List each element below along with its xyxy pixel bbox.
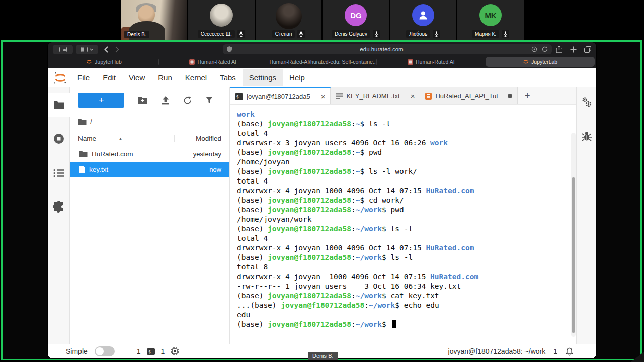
running-sessions-tab[interactable]	[48, 127, 70, 151]
menu-run[interactable]: Run	[151, 69, 179, 86]
close-tab-icon[interactable]: ×	[411, 92, 415, 100]
kernel-chip-icon	[171, 347, 179, 355]
window-overview-button[interactable]	[53, 45, 73, 54]
folder-icon	[53, 101, 64, 109]
browser-tab[interactable]: JupyterLab	[486, 57, 595, 67]
menu-view[interactable]: View	[122, 69, 151, 86]
address-bar[interactable]: edu.hurated.com	[223, 44, 552, 54]
new-tab-icon[interactable]	[570, 46, 577, 53]
terminal-line: total 4	[237, 176, 564, 186]
participant-tile[interactable]: Любовь	[390, 0, 456, 40]
bell-icon[interactable]	[566, 347, 573, 356]
add-tab-button[interactable]: +	[521, 90, 534, 101]
participant-name: Ссссссссс Ш.	[198, 30, 235, 38]
file-row[interactable]: key.txtnow	[70, 162, 229, 177]
sidebar-toggle-button[interactable]	[76, 45, 98, 54]
menu-file[interactable]: File	[71, 69, 96, 86]
dock-panel: $_jovyan@f180712ada5×KEY_README.txt×HuRa…	[230, 87, 576, 344]
tab-overview-icon[interactable]	[584, 46, 591, 53]
privacy-shield-icon	[227, 46, 232, 52]
file-row[interactable]: HuRated.comyesterday	[70, 146, 229, 162]
mic-badge	[433, 30, 440, 38]
participant-tile[interactable]: MKМария К.	[457, 0, 524, 40]
participant-tile[interactable]: DGDenis Gulyaev	[323, 0, 389, 40]
terminal-line: (base) jovyan@f180712ada58:~/work$ ls -l	[237, 253, 564, 262]
new-folder-button[interactable]	[138, 96, 148, 104]
hurated-icon	[189, 59, 195, 65]
reload-icon[interactable]	[542, 46, 548, 52]
avatar	[276, 3, 302, 29]
jupyter-icon	[86, 59, 92, 65]
jupyter-icon	[523, 59, 529, 65]
kernel-status[interactable]: 1 $_ 1	[137, 347, 179, 355]
browser-tab-bar: JupyterHubHuman-Rated AIHuman-Rated-AI/h…	[48, 56, 596, 68]
participant-name: Степан	[272, 30, 295, 38]
property-inspector-gears-icon[interactable]	[581, 97, 593, 108]
file-browser-tab[interactable]	[48, 93, 70, 117]
jupyter-logo	[53, 70, 68, 85]
terminal-line: edu	[237, 310, 564, 320]
dock-tab[interactable]: $_jovyan@f180712ada5×	[230, 87, 331, 104]
terminal-output[interactable]: work(base) jovyan@f180712ada58:~$ ls -lt…	[230, 104, 576, 344]
terminal-line: (base) jovyan@f180712ada58:~/work$	[237, 320, 564, 329]
dock-tab[interactable]: KEY_README.txt×	[331, 87, 420, 104]
close-tab-icon[interactable]: ×	[321, 92, 326, 101]
menu-settings[interactable]: Settings	[243, 69, 283, 86]
browser-tab[interactable]: Human-Rated AI	[376, 57, 486, 67]
list-icon	[53, 169, 64, 177]
menu-edit[interactable]: Edit	[96, 69, 122, 86]
mic-icon	[503, 31, 508, 37]
filter-icon	[205, 96, 213, 104]
modified-column-header[interactable]: Modified	[174, 135, 229, 142]
share-icon[interactable]	[556, 46, 562, 53]
terminal-line: work	[237, 110, 564, 119]
avatar: MK	[479, 4, 502, 26]
back-button[interactable]	[104, 46, 108, 53]
filter-button[interactable]	[205, 96, 213, 104]
terminal-line: drwxrwxr-x 4 jovyan 1000 4096 Oct 14 07:…	[237, 272, 564, 282]
breadcrumb[interactable]: /	[70, 112, 229, 131]
avatar	[412, 4, 434, 26]
upload-button[interactable]	[162, 96, 170, 105]
browser-tab[interactable]: JupyterHub	[49, 57, 158, 67]
simple-mode-toggle[interactable]	[95, 346, 115, 356]
participant-name: Denis Gulyaev	[332, 30, 370, 38]
new-launcher-button[interactable]: +	[78, 93, 124, 108]
browser-tab-label: JupyterLab	[531, 59, 557, 65]
avatar	[210, 4, 233, 27]
participant-tile[interactable]: Denis B.	[121, 0, 187, 40]
file-list-header: Name ▲ Modified	[70, 131, 229, 146]
svg-text:$_: $_	[148, 349, 153, 354]
terminal-count: 1	[137, 347, 141, 355]
presenter-name-tag: Denis B.	[308, 352, 338, 360]
table-of-contents-tab[interactable]	[48, 161, 70, 185]
dock-tab[interactable]: HuRated_AI_API_Tut	[420, 87, 518, 104]
sort-ascending-icon[interactable]: ▲	[118, 136, 123, 141]
browser-toolbar: edu.hurated.com	[48, 42, 596, 56]
terminal-session-label[interactable]: jovyan@f180712ada58: ~/work	[448, 347, 546, 355]
textfile-icon	[336, 93, 343, 99]
name-column-header[interactable]: Name	[78, 135, 96, 142]
refresh-button[interactable]	[183, 96, 192, 105]
reader-icon[interactable]	[531, 46, 537, 52]
menu-kernel[interactable]: Kernel	[179, 69, 213, 86]
menu-tabs[interactable]: Tabs	[213, 69, 243, 86]
browser-tab[interactable]: Human-Rated-AI/hurated-edu: Self-contain…	[268, 57, 377, 67]
terminal-scrollbar[interactable]	[571, 133, 576, 337]
participant-tile[interactable]: Ссссссссс Ш.	[188, 0, 255, 40]
participant-tile[interactable]: Степан	[256, 0, 322, 40]
mic-icon	[239, 31, 244, 37]
menu-help[interactable]: Help	[283, 69, 311, 86]
forward-button[interactable]	[115, 46, 119, 53]
file-modified: now	[177, 166, 229, 173]
file-modified: yesterday	[177, 150, 229, 158]
dock-tab-label: jovyan@f180712ada5	[247, 93, 310, 100]
simple-mode-label: Simple	[66, 347, 88, 355]
extension-manager-tab[interactable]	[48, 195, 70, 219]
participant-name: Denis B.	[124, 31, 149, 38]
debugger-bug-icon[interactable]	[581, 131, 592, 142]
file-browser-panel: +	[70, 87, 230, 344]
terminal-line: /home/jovyan	[237, 157, 564, 167]
mic-icon	[299, 31, 303, 37]
browser-tab[interactable]: Human-Rated AI	[158, 57, 268, 67]
